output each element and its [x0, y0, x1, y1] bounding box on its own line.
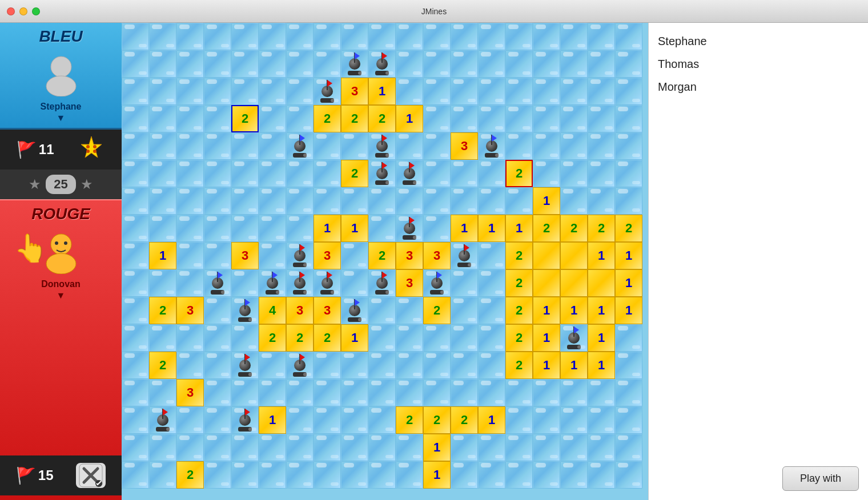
cell-2-17[interactable]: [588, 78, 615, 105]
cell-7-4[interactable]: [231, 215, 259, 242]
cell-10-11[interactable]: 2: [423, 297, 451, 324]
cell-7-7[interactable]: 1: [314, 215, 341, 242]
cell-11-1[interactable]: [149, 324, 176, 352]
cell-1-6[interactable]: [286, 50, 314, 78]
cell-5-1[interactable]: [149, 160, 176, 187]
player-list-item-morgan[interactable]: Morgan: [658, 75, 859, 98]
cell-11-4[interactable]: [231, 324, 259, 352]
cell-16-5[interactable]: [259, 461, 286, 489]
cell-0-11[interactable]: [423, 23, 451, 50]
cell-8-8[interactable]: [341, 242, 368, 269]
cell-9-9[interactable]: [368, 269, 396, 297]
cell-0-16[interactable]: [560, 23, 588, 50]
cell-4-2[interactable]: [176, 132, 204, 160]
cell-9-1[interactable]: [149, 269, 176, 297]
cell-9-5[interactable]: [259, 269, 286, 297]
cell-13-16[interactable]: [560, 379, 588, 406]
cell-13-18[interactable]: [615, 379, 642, 406]
cell-3-9[interactable]: 2: [368, 105, 396, 132]
cell-14-5[interactable]: 1: [259, 406, 286, 434]
cell-10-8[interactable]: [341, 297, 368, 324]
cell-8-14[interactable]: 2: [505, 242, 533, 269]
cell-13-12[interactable]: [451, 379, 478, 406]
cell-16-11[interactable]: 1: [423, 461, 451, 489]
cell-3-3[interactable]: [204, 105, 231, 132]
cell-2-1[interactable]: [149, 78, 176, 105]
cell-1-1[interactable]: [149, 50, 176, 78]
cell-10-0[interactable]: [122, 297, 149, 324]
cell-4-4[interactable]: [231, 132, 259, 160]
cell-14-11[interactable]: 2: [423, 406, 451, 434]
cell-6-0[interactable]: [122, 187, 149, 215]
cell-11-2[interactable]: [176, 324, 204, 352]
cell-5-9[interactable]: [368, 160, 396, 187]
cell-4-7[interactable]: [314, 132, 341, 160]
cell-3-5[interactable]: [259, 105, 286, 132]
cell-5-3[interactable]: [204, 160, 231, 187]
cell-7-18[interactable]: 2: [615, 215, 642, 242]
cell-9-0[interactable]: [122, 269, 149, 297]
cell-2-11[interactable]: [423, 78, 451, 105]
cell-6-5[interactable]: [259, 187, 286, 215]
cell-15-18[interactable]: [615, 434, 642, 461]
cell-14-16[interactable]: [560, 406, 588, 434]
cell-5-0[interactable]: [122, 160, 149, 187]
cell-10-12[interactable]: [451, 297, 478, 324]
cell-1-11[interactable]: [423, 50, 451, 78]
cell-15-5[interactable]: [259, 434, 286, 461]
close-button[interactable]: [7, 7, 15, 15]
cell-16-18[interactable]: [615, 461, 642, 489]
cell-2-4[interactable]: [231, 78, 259, 105]
maximize-button[interactable]: [32, 7, 40, 15]
cell-16-0[interactable]: [122, 461, 149, 489]
cell-10-16[interactable]: 1: [560, 297, 588, 324]
cell-5-8[interactable]: 2: [341, 160, 368, 187]
cell-0-14[interactable]: [505, 23, 533, 50]
cell-3-7[interactable]: 2: [314, 105, 341, 132]
cell-6-12[interactable]: [451, 187, 478, 215]
cell-7-3[interactable]: [204, 215, 231, 242]
cell-15-13[interactable]: [478, 434, 505, 461]
cell-5-17[interactable]: [588, 160, 615, 187]
cell-14-12[interactable]: 2: [451, 406, 478, 434]
cell-8-0[interactable]: [122, 242, 149, 269]
cell-8-12[interactable]: [451, 242, 478, 269]
cell-14-13[interactable]: 1: [478, 406, 505, 434]
cell-4-11[interactable]: [423, 132, 451, 160]
cell-12-17[interactable]: 1: [588, 352, 615, 379]
cell-14-3[interactable]: [204, 406, 231, 434]
cell-5-5[interactable]: [259, 160, 286, 187]
cell-11-6[interactable]: 2: [286, 324, 314, 352]
cell-9-14[interactable]: 2: [505, 269, 533, 297]
cell-4-13[interactable]: [478, 132, 505, 160]
cell-2-16[interactable]: [560, 78, 588, 105]
cell-11-3[interactable]: [204, 324, 231, 352]
cell-14-6[interactable]: [286, 406, 314, 434]
cell-10-6[interactable]: 3: [286, 297, 314, 324]
cell-10-13[interactable]: [478, 297, 505, 324]
red-dropdown-arrow[interactable]: ▼: [57, 291, 66, 301]
cell-12-12[interactable]: [451, 352, 478, 379]
cell-8-9[interactable]: 2: [368, 242, 396, 269]
cell-0-3[interactable]: [204, 23, 231, 50]
cell-12-1[interactable]: 2: [149, 352, 176, 379]
cell-0-0[interactable]: [122, 23, 149, 50]
cell-1-17[interactable]: [588, 50, 615, 78]
cell-15-15[interactable]: [533, 434, 560, 461]
cell-16-17[interactable]: [588, 461, 615, 489]
cell-5-16[interactable]: [560, 160, 588, 187]
cell-12-3[interactable]: [204, 352, 231, 379]
cell-8-6[interactable]: [286, 242, 314, 269]
cell-11-17[interactable]: 1: [588, 324, 615, 352]
cell-11-0[interactable]: [122, 324, 149, 352]
cell-13-0[interactable]: [122, 379, 149, 406]
cell-16-4[interactable]: [231, 461, 259, 489]
cell-5-15[interactable]: [533, 160, 560, 187]
cell-16-12[interactable]: [451, 461, 478, 489]
cell-2-18[interactable]: [615, 78, 642, 105]
cell-12-14[interactable]: 2: [505, 352, 533, 379]
cell-8-11[interactable]: 3: [423, 242, 451, 269]
cell-12-10[interactable]: [396, 352, 423, 379]
cell-8-3[interactable]: [204, 242, 231, 269]
cell-13-17[interactable]: [588, 379, 615, 406]
